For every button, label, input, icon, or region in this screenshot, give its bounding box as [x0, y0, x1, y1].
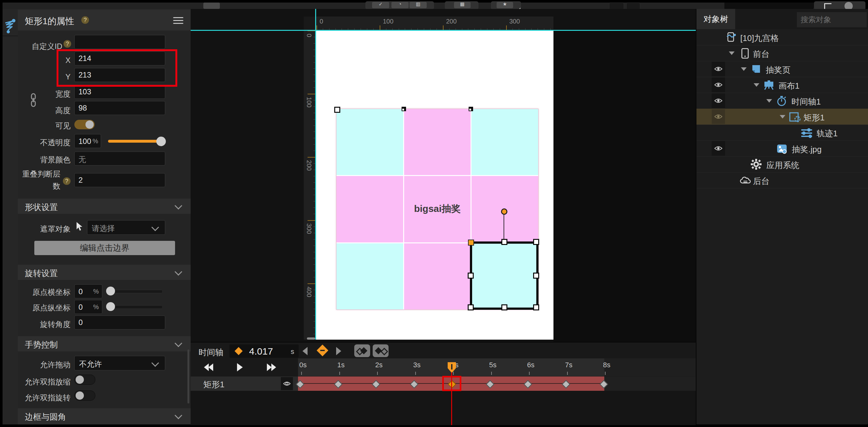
expand-arrow-icon[interactable]: [766, 99, 772, 102]
toolbar-dark-button-2[interactable]: [626, 3, 640, 9]
width-input[interactable]: [74, 85, 165, 99]
guide-line-horizontal[interactable]: [191, 30, 696, 31]
mask-select-dropdown[interactable]: 请选择: [87, 220, 165, 235]
current-keyframe-icon[interactable]: [317, 345, 329, 357]
tree-item-app-system[interactable]: 应用系统: [696, 156, 868, 173]
border-section-header[interactable]: 边框与圆角: [18, 408, 191, 424]
eye-icon-dim[interactable]: [712, 109, 725, 124]
opacity-value-box[interactable]: 100 %: [74, 134, 101, 148]
eye-icon[interactable]: [712, 62, 725, 76]
rotate-gesture-toggle[interactable]: [74, 391, 95, 401]
tree-item-timeline[interactable]: 时间轴1: [696, 93, 868, 109]
origin-x-slider-track[interactable]: [107, 290, 163, 293]
search-input[interactable]: [797, 12, 867, 27]
panel-menu-icon[interactable]: [173, 17, 183, 24]
grid-cell-pink[interactable]: [404, 243, 471, 309]
toolbar-star-button[interactable]: ★: [497, 2, 513, 8]
opacity-slider-track[interactable]: [108, 140, 161, 143]
tab-object-tree[interactable]: 对象树: [696, 9, 735, 29]
selection-origin-handle[interactable]: [468, 240, 474, 246]
motion-path-point[interactable]: [501, 208, 507, 215]
grid-cell-cyan[interactable]: [471, 109, 538, 175]
rewind-icon[interactable]: [204, 363, 209, 371]
drag-dropdown[interactable]: 不允许: [74, 356, 165, 370]
keyframe-diamond[interactable]: [372, 380, 380, 389]
rewind-icon2[interactable]: [209, 363, 213, 371]
guide-line-vertical[interactable]: [315, 9, 316, 340]
toolbar-grid-button[interactable]: ▦: [454, 2, 470, 8]
motion-path-tool-icon[interactable]: [4, 19, 16, 36]
overlap-input[interactable]: [74, 173, 165, 187]
selection-handle-bottom[interactable]: [501, 304, 507, 310]
keyframe-diamond[interactable]: [486, 380, 494, 389]
visible-toggle[interactable]: [74, 120, 95, 129]
expand-arrow-icon[interactable]: [729, 52, 735, 55]
tree-item-backstage[interactable]: 后台: [696, 172, 868, 188]
toolbar-fullscreen-icon[interactable]: [824, 3, 832, 9]
next-keyframe-icon[interactable]: [336, 347, 341, 355]
keyframe-diamond[interactable]: [599, 380, 608, 389]
overlap-help-icon[interactable]: ?: [63, 177, 70, 185]
timeline-seconds[interactable]: 0s1s2s3s4s5s6s7s8s: [298, 358, 696, 376]
custom-id-input[interactable]: [74, 35, 165, 49]
height-input[interactable]: [74, 101, 165, 115]
link-dimensions-icon[interactable]: [29, 93, 37, 109]
grid-cell-pink[interactable]: [404, 109, 471, 175]
expand-arrow-icon[interactable]: [780, 115, 785, 119]
selection-handle-top-right[interactable]: [533, 239, 539, 245]
grid-cell-cyan[interactable]: [337, 109, 403, 175]
keyframe-diamond[interactable]: [334, 380, 342, 389]
custom-id-help-icon[interactable]: ?: [64, 40, 71, 48]
properties-scrollbar[interactable]: [187, 349, 189, 403]
edit-click-bounds-button[interactable]: 编辑点击边界: [34, 241, 175, 255]
tree-item-track1[interactable]: 轨迹1: [696, 125, 868, 141]
bg-color-input[interactable]: 无: [74, 152, 165, 165]
timeline-time-box[interactable]: 4.017 s: [229, 344, 299, 358]
origin-x-box[interactable]: 0 %: [74, 284, 102, 298]
tree-item-canvas[interactable]: 画布1: [696, 77, 868, 93]
toolbar-dark-button-1[interactable]: [609, 3, 624, 9]
expand-arrow-icon[interactable]: [741, 67, 747, 71]
origin-y-box[interactable]: 0 %: [74, 300, 102, 314]
tree-item-frontstage[interactable]: 前台: [696, 45, 868, 61]
selection-handle-left[interactable]: [468, 273, 474, 279]
pinch-toggle[interactable]: [74, 374, 95, 385]
selection-handle-bottom-left[interactable]: [468, 304, 474, 310]
keyframe-diamond[interactable]: [562, 380, 570, 389]
tree-item-project[interactable]: [10]九宫格: [696, 29, 868, 45]
selection-border[interactable]: [470, 241, 538, 310]
jump-next-keyframe-button[interactable]: [373, 344, 389, 357]
prev-keyframe-icon[interactable]: [303, 347, 308, 355]
tree-item-rect1[interactable]: 矩形1: [696, 109, 868, 125]
angle-input[interactable]: [74, 315, 165, 330]
grid-cell-cyan[interactable]: [337, 243, 403, 309]
fast-forward-icon2[interactable]: [271, 363, 276, 371]
selection-handle-bottom-right[interactable]: [533, 304, 539, 310]
toolbar-button[interactable]: [203, 3, 220, 9]
canvas-scrollbar-nub[interactable]: [307, 337, 315, 340]
eye-icon[interactable]: [712, 93, 725, 108]
tree-item-page[interactable]: 抽奖页: [696, 61, 868, 77]
rotation-section-header[interactable]: 旋转设置: [18, 265, 191, 280]
help-icon[interactable]: ?: [81, 16, 89, 24]
anchor-marker[interactable]: [402, 107, 406, 111]
eye-icon[interactable]: [712, 78, 725, 92]
origin-y-slider-knob[interactable]: [106, 302, 115, 311]
toolbar-check-button[interactable]: ✓: [372, 2, 389, 8]
selection-handle-right[interactable]: [533, 273, 539, 279]
jump-prev-keyframe-button[interactable]: [354, 344, 370, 357]
anchor-marker[interactable]: [334, 107, 340, 113]
fast-forward-icon[interactable]: [267, 363, 272, 371]
cursor-pick-icon[interactable]: [75, 222, 83, 233]
keyframe-diamond[interactable]: [524, 380, 532, 389]
grid-cell-pink[interactable]: [337, 176, 403, 242]
selection-handle-top[interactable]: [501, 239, 507, 245]
play-icon[interactable]: [237, 363, 243, 371]
tree-item-image[interactable]: 抽奖.jpg: [696, 141, 868, 157]
toolbar-chart-button[interactable]: ▥: [409, 2, 427, 8]
eye-icon[interactable]: [712, 141, 725, 156]
origin-y-slider-track[interactable]: [107, 305, 163, 309]
gesture-section-header[interactable]: 手势控制: [18, 336, 191, 352]
opacity-slider-knob[interactable]: [156, 136, 166, 146]
track-visibility-toggle[interactable]: [281, 377, 293, 390]
